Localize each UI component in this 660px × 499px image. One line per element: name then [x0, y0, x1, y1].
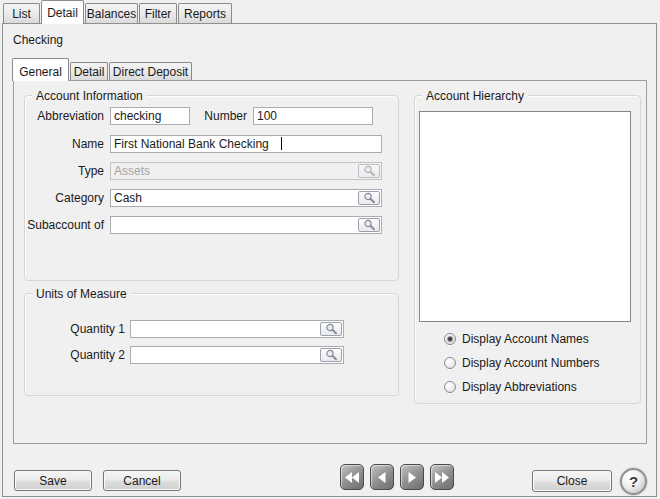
tab-detail-sub[interactable]: Detail	[70, 62, 108, 80]
radio-label: Display Account Names	[462, 332, 589, 346]
save-button[interactable]: Save	[14, 470, 92, 491]
radio-display-abbreviations[interactable]: Display Abbreviations	[444, 380, 577, 394]
magnifier-icon	[363, 192, 376, 204]
tab-detail[interactable]: Detail	[41, 0, 84, 24]
radio-button-icon[interactable]	[444, 381, 456, 393]
type-field	[110, 162, 382, 180]
quantity2-label: Quantity 2	[25, 348, 128, 362]
account-hierarchy-legend: Account Hierarchy	[422, 89, 528, 103]
category-label: Category	[25, 191, 107, 205]
magnifier-icon	[363, 219, 376, 231]
quantity2-field	[130, 346, 344, 364]
subaccount-row: Subaccount of	[25, 216, 398, 234]
magnifier-icon	[325, 349, 338, 361]
units-of-measure-legend: Units of Measure	[32, 287, 131, 301]
quantity1-row: Quantity 1	[25, 320, 398, 338]
right-arrow-icon	[406, 471, 418, 484]
question-mark-icon: ?	[629, 473, 638, 490]
type-label: Type	[25, 164, 107, 178]
previous-record-button[interactable]	[370, 464, 394, 490]
quantity2-lookup-button[interactable]	[320, 348, 342, 362]
double-right-arrow-icon	[434, 471, 450, 484]
category-row: Category	[25, 189, 398, 207]
tab-filter[interactable]: Filter	[139, 3, 177, 23]
close-button[interactable]: Close	[532, 470, 612, 492]
magnifier-icon	[325, 323, 338, 335]
subaccount-input[interactable]	[111, 217, 356, 233]
name-row: Name	[25, 135, 398, 153]
quantity1-lookup-button[interactable]	[320, 322, 342, 336]
radio-label: Display Account Numbers	[462, 356, 599, 370]
radio-display-account-names[interactable]: Display Account Names	[444, 332, 589, 346]
tab-direct-deposit[interactable]: Direct Deposit	[109, 62, 192, 80]
account-hierarchy-tree[interactable]	[419, 111, 631, 322]
radio-button-icon[interactable]	[444, 333, 456, 345]
subaccount-label: Subaccount of	[25, 218, 107, 232]
category-input[interactable]	[111, 190, 356, 206]
record-title: Checking	[13, 33, 63, 47]
abbreviation-number-row: Abbreviation Number	[25, 107, 398, 125]
category-lookup-button[interactable]	[358, 191, 380, 205]
magnifier-icon	[363, 165, 376, 177]
type-lookup-button[interactable]	[358, 164, 380, 178]
number-label: Number	[190, 109, 250, 123]
type-row: Type	[25, 162, 398, 180]
account-hierarchy-group: Account Hierarchy Display Account Names …	[414, 95, 641, 404]
quantity1-label: Quantity 1	[25, 322, 128, 336]
radio-display-account-numbers[interactable]: Display Account Numbers	[444, 356, 599, 370]
name-input[interactable]	[110, 135, 382, 153]
radio-button-icon[interactable]	[444, 357, 456, 369]
account-maintenance-window: List Detail Balances Filter Reports Chec…	[0, 0, 660, 499]
quantity2-row: Quantity 2	[25, 346, 398, 364]
tab-balances[interactable]: Balances	[85, 3, 138, 23]
abbreviation-input[interactable]	[110, 107, 190, 125]
name-label: Name	[25, 137, 107, 151]
account-information-group: Account Information Abbreviation Number …	[24, 95, 399, 281]
tab-list[interactable]: List	[3, 3, 40, 23]
radio-label: Display Abbreviations	[462, 380, 577, 394]
tab-reports[interactable]: Reports	[178, 3, 232, 23]
number-input[interactable]	[253, 107, 373, 125]
type-input	[111, 163, 356, 179]
subaccount-field	[110, 216, 382, 234]
text-caret	[281, 137, 282, 150]
account-information-legend: Account Information	[32, 89, 147, 103]
last-record-button[interactable]	[430, 464, 454, 490]
quantity1-field	[130, 320, 344, 338]
next-record-button[interactable]	[400, 464, 424, 490]
tab-general[interactable]: General	[12, 58, 69, 81]
left-arrow-icon	[376, 471, 388, 484]
double-left-arrow-icon	[344, 471, 360, 484]
quantity1-input[interactable]	[131, 321, 318, 337]
category-field	[110, 189, 382, 207]
first-record-button[interactable]	[340, 464, 364, 490]
quantity2-input[interactable]	[131, 347, 318, 363]
cancel-button[interactable]: Cancel	[103, 470, 181, 491]
abbreviation-label: Abbreviation	[25, 109, 107, 123]
help-button[interactable]: ?	[620, 468, 647, 495]
subaccount-lookup-button[interactable]	[358, 218, 380, 232]
units-of-measure-group: Units of Measure Quantity 1 Quantity 2	[24, 293, 399, 396]
